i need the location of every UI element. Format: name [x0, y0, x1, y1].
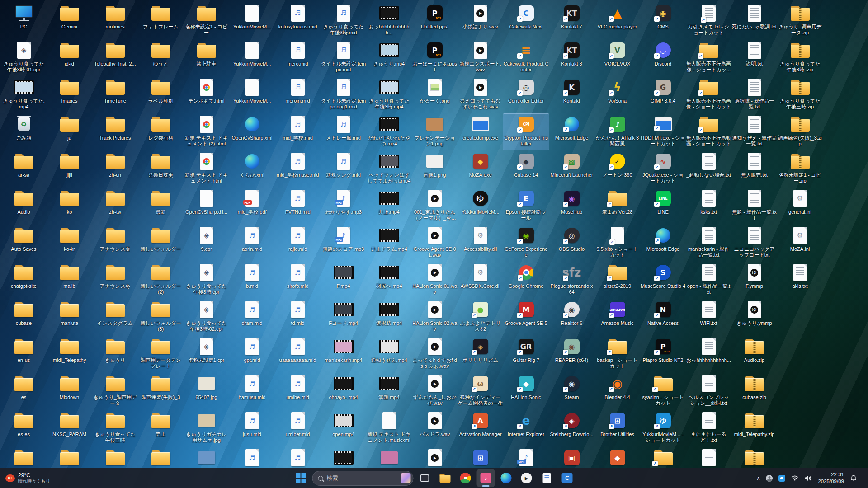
desktop-icon[interactable]: ◉↗GeForce Experience: [503, 225, 549, 261]
desktop-icon[interactable]: ◉↗CMS: [640, 3, 686, 39]
search-box[interactable]: 検索: [312, 471, 414, 486]
desktop-icon[interactable]: 説明.txt: [731, 40, 777, 76]
desktop-icon[interactable]: ゆ↗YukkuriMovieM... - ショートカット: [640, 410, 686, 446]
desktop-icon[interactable]: きゅうり食ってた午後三時.zip: [777, 77, 823, 113]
desktop-icon[interactable]: ♬きゅうり食ってた午後3時.mid: [321, 3, 366, 39]
desktop-icon[interactable]: ♬gpt.mid: [229, 336, 275, 372]
desktop-icon[interactable]: ♬td.mid: [275, 299, 321, 335]
desktop-icon[interactable]: ●↗ぷよぷよ™テトリス®2: [458, 299, 503, 335]
desktop-icon[interactable]: 井上ドラム.mp4: [366, 225, 412, 261]
desktop-icon[interactable]: ↗無人販売不正行為画像 - ショートカッ...: [686, 40, 731, 76]
desktop-icon[interactable]: ↗Google Chrome: [503, 262, 549, 298]
desktop-icon[interactable]: きゅうりガチカレ用サムネ.jpg: [184, 410, 229, 446]
desktop-icon[interactable]: ▶小銭詰まり.wav: [458, 3, 503, 39]
desktop-icon[interactable]: es-es: [1, 410, 47, 446]
desktop-icon[interactable]: ◆↗HALion Sonic: [503, 373, 549, 409]
desktop-icon[interactable]: ▶バスドラ.wav: [412, 410, 458, 446]
desktop-icon[interactable]: 羽尻へ.mp4: [366, 262, 412, 298]
desktop-icon[interactable]: ♬jusu.mid: [229, 410, 275, 446]
desktop-icon[interactable]: K↗Kontakt: [549, 77, 594, 113]
taskbar-app-file-explorer[interactable]: [436, 469, 454, 487]
desktop-icon[interactable]: かるーく.png: [412, 77, 458, 113]
desktop-icon[interactable]: 名称未設定1 - コピー: [184, 3, 229, 39]
desktop-icon[interactable]: 通知うぜえ.mp4: [366, 336, 412, 372]
desktop-icon[interactable]: ♬sirofo.mid: [275, 262, 321, 298]
desktop-icon[interactable]: ゆうと: [138, 40, 184, 76]
desktop-icon[interactable]: きゅうり_調声用データ: [92, 373, 138, 409]
desktop-icon[interactable]: ↗9.5.xlsx - ショートカット: [594, 225, 640, 261]
desktop-icon[interactable]: ↗Microsoft Edge: [640, 225, 686, 261]
desktop-icon[interactable]: ▶HALion Sonic 02.wav: [412, 299, 458, 335]
desktop-icon[interactable]: ◈きゅうり食ってた午後3時-02.cpr: [184, 299, 229, 335]
desktop-icon[interactable]: きゅうり: [92, 336, 138, 372]
desktop-icon[interactable]: 無人販売.txt: [731, 151, 777, 187]
desktop-icon[interactable]: G↗GIMP 3.0.4: [640, 77, 686, 113]
desktop-icon[interactable]: createdump.exe: [458, 114, 503, 150]
desktop-icon[interactable]: Fコード.mp4: [321, 299, 366, 335]
desktop-icon[interactable]: ▲↗VLC media player: [594, 3, 640, 39]
taskbar-app-edge[interactable]: [497, 469, 515, 487]
desktop-icon[interactable]: ♬PVTNd.mid: [275, 188, 321, 224]
desktop-icon[interactable]: cubase: [1, 299, 47, 335]
desktop-icon[interactable]: midi_Telepathy.zip: [731, 410, 777, 446]
start-button[interactable]: [292, 469, 310, 487]
desktop-icon[interactable]: midi_Telepathy: [47, 336, 92, 372]
desktop-icon[interactable]: NKSC_PARAM: [47, 410, 92, 446]
desktop-icon[interactable]: ♬umibet.mid: [275, 410, 321, 446]
desktop-icon[interactable]: プレゼンテーション1.png: [412, 114, 458, 150]
desktop-icon[interactable]: ◈きゅうり食ってた午後3時-01.cpr: [1, 40, 47, 76]
desktop-icon[interactable]: ◉↗REAPER (x64): [549, 336, 594, 372]
desktop-icon[interactable]: ◡↗Discord: [640, 40, 686, 76]
desktop-icon[interactable]: 新しいフォルダー: [138, 225, 184, 261]
desktop-icon[interactable]: ↗Microsoft Edge: [549, 114, 594, 150]
desktop-icon[interactable]: ↗syasinn - ショートカット: [640, 373, 686, 409]
desktop-icon[interactable]: 調声用データテンプレート: [138, 336, 184, 372]
desktop-icon[interactable]: ⚙general.ini: [777, 188, 823, 224]
desktop-icon[interactable]: きゅうり食ってた.mp4: [1, 77, 47, 113]
desktop-icon[interactable]: WIFI.txt: [686, 299, 731, 335]
desktop-icon[interactable]: 無題.mp4: [366, 373, 412, 409]
desktop-icon[interactable]: ◈9.cpr: [184, 225, 229, 261]
desktop-icon[interactable]: だれだFXいれたやつ.mp4: [366, 114, 412, 150]
desktop-icon[interactable]: きゅうり食ってた午後3時 .zip: [777, 40, 823, 76]
desktop-icon[interactable]: ▶答え知っててもむずいわこれ.wav: [458, 77, 503, 113]
desktop-icon[interactable]: GR↗Guitar Rig 7: [503, 336, 549, 372]
desktop-icon[interactable]: A↗Activation Manager: [458, 410, 503, 446]
desktop-icon[interactable]: V↗VOICEVOX: [594, 40, 640, 76]
desktop-icon[interactable]: きゅうり_調声用データ.zip: [777, 3, 823, 39]
desktop-icon[interactable]: ♪MP3無題のスコア.mp3: [321, 225, 366, 261]
desktop-icon[interactable]: おっhhhhhhhhhhhh...: [366, 3, 412, 39]
desktop-icon[interactable]: ko-kr: [47, 225, 92, 261]
desktop-icon[interactable]: 井上.mp4: [366, 188, 412, 224]
desktop-icon[interactable]: くらび.xml: [229, 151, 275, 187]
desktop-icon[interactable]: Audio.zip: [731, 336, 777, 372]
desktop-icon[interactable]: S↗MuseScore Studio 4: [640, 262, 686, 298]
desktop-icon[interactable]: ♬hamusu.mid: [229, 373, 275, 409]
desktop-icon[interactable]: ♪↗かんたん！AITalk 3 関西風: [594, 114, 640, 150]
desktop-icon[interactable]: maniuta: [47, 299, 92, 335]
desktop-icon[interactable]: 調声練習(失敗)_3.zip: [777, 114, 823, 150]
desktop-icon[interactable]: ♬meroin.mid: [275, 77, 321, 113]
desktop-icon[interactable]: id-id: [47, 40, 92, 76]
desktop-icon[interactable]: runtimes: [92, 3, 138, 39]
desktop-icon[interactable]: PNT2↗Piapro Studio NT2: [640, 336, 686, 372]
desktop-icon[interactable]: TimeTune: [92, 77, 138, 113]
desktop-icon[interactable]: open.mp4: [321, 410, 366, 446]
desktop-icon[interactable]: LINE↗LINE: [640, 188, 686, 224]
clock[interactable]: 22:31 2025/09/09: [815, 471, 847, 485]
desktop-icon[interactable]: ♬メドレー風.mid: [321, 114, 366, 150]
tray-chevron-icon[interactable]: ∧: [754, 470, 762, 486]
taskbar-app-code-app[interactable]: C: [558, 469, 576, 487]
desktop-icon[interactable]: Audio: [1, 188, 47, 224]
desktop-icon[interactable]: ♬rajio.mid: [275, 225, 321, 261]
desktop-icon[interactable]: ohhayo-.mp4: [321, 373, 366, 409]
desktop-icon[interactable]: N↗Native Access: [640, 299, 686, 335]
desktop-icon[interactable]: M↗Groove Agent SE 5: [503, 299, 549, 335]
desktop-icon[interactable]: ⚙AWSSDK.Core.dll: [458, 262, 503, 298]
desktop-icon[interactable]: ↗万引きメモ.txt - ショートカット: [686, 3, 731, 39]
desktop-icon[interactable]: テンポあて.html: [184, 77, 229, 113]
desktop-icon[interactable]: manisekarin.mp4: [321, 336, 366, 372]
desktop-icon[interactable]: akis.txt: [777, 262, 823, 298]
desktop-icon[interactable]: OpenCvSharp.xml: [229, 114, 275, 150]
desktop-icon[interactable]: ↗筆まめ Ver.28: [594, 188, 640, 224]
